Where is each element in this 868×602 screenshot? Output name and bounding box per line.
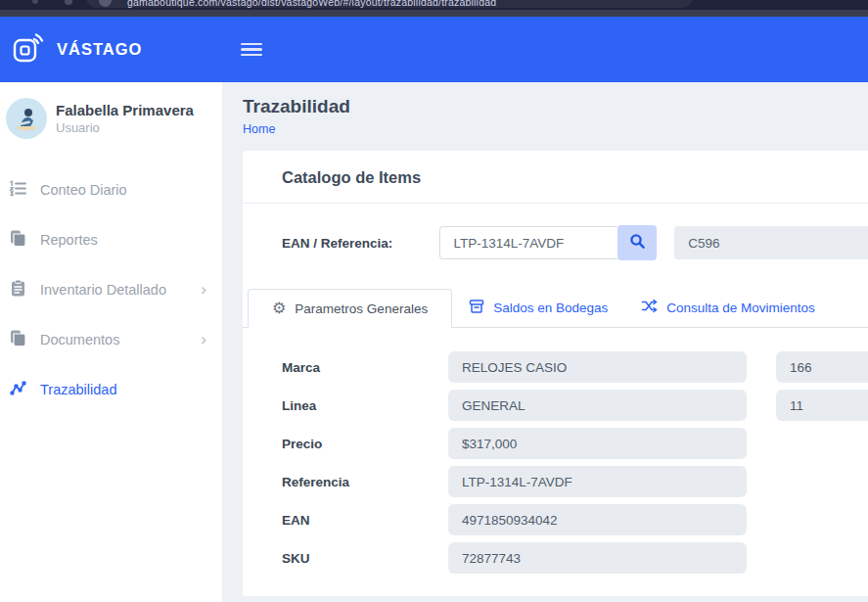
page-title: Trazabilidad [243, 96, 868, 117]
url-text: gamaboutique.com/vastago/dist/vastagoWeb… [127, 0, 496, 8]
ean-referencia-input[interactable] [439, 226, 617, 259]
brand-name: VÁSTAGO [57, 40, 142, 59]
marca-label: Marca [282, 360, 448, 375]
user-panel: Falabella Primavera Usuario [0, 82, 222, 153]
field-row-linea: Linea [282, 390, 868, 421]
referencia-label: Referencia [282, 475, 448, 489]
hamburger-menu-icon[interactable] [241, 40, 262, 60]
shuffle-icon [641, 298, 658, 317]
sidebar-item-label: Inventario Detallado [40, 282, 166, 298]
gear-icon: ⚙ [272, 301, 286, 316]
sidebar-item-conteo-diario[interactable]: Conteo Diario [0, 164, 222, 214]
parametros-form: Marca Linea Precio Referencia [243, 328, 868, 574]
tab-parametros-generales[interactable]: ⚙ Parametros Generales [248, 289, 452, 328]
ean-label: EAN [282, 513, 448, 528]
ordered-list-icon [9, 179, 27, 201]
tab-consulta-de-movimientos[interactable]: Consulta de Movimientos [624, 288, 832, 327]
field-row-referencia: Referencia [282, 466, 868, 497]
sidebar-item-reportes[interactable]: Reportes [0, 214, 222, 264]
chevron-right-icon: › [201, 281, 206, 298]
archive-box-icon [469, 299, 484, 317]
browser-menu-icon[interactable] [32, 0, 38, 4]
card-title: Catalogo de Items [282, 168, 421, 186]
item-code-input[interactable] [674, 226, 868, 259]
field-row-sku: SKU [282, 542, 868, 574]
precio-label: Precio [282, 437, 448, 451]
ean-search-row: EAN / Referencia: [243, 225, 868, 260]
browser-chrome: gamaboutique.com/vastago/dist/vastagoWeb… [0, 0, 868, 17]
sidebar-item-label: Trazabilidad [40, 382, 116, 397]
card-header: Catalogo de Items [243, 151, 868, 204]
marca-value-input[interactable] [448, 351, 747, 383]
field-row-precio: Precio [282, 428, 868, 459]
sidebar-item-documentos[interactable]: Documentos › [0, 314, 222, 364]
ean-referencia-label: EAN / Referencia: [282, 236, 439, 251]
extension-icon[interactable] [65, 0, 72, 5]
user-role: Usuario [56, 120, 194, 135]
tab-label: Consulta de Movimientos [666, 301, 815, 315]
marca-code-input[interactable] [776, 351, 868, 383]
tab-saldos-en-bodegas[interactable]: Saldos en Bodegas [452, 288, 624, 327]
rfid-tag-logo-icon [11, 31, 44, 69]
sku-label: SKU [282, 551, 448, 566]
field-row-ean: EAN [282, 504, 868, 535]
referencia-value-input[interactable] [448, 466, 747, 497]
catalog-card: Catalogo de Items EAN / Referencia: [243, 151, 868, 596]
user-name: Falabella Primavera [56, 102, 194, 118]
report-file-icon [9, 229, 27, 251]
tab-label: Saldos en Bodegas [493, 301, 608, 315]
sidebar: Falabella Primavera Usuario Conteo Diari… [0, 82, 222, 602]
sidebar-item-trazabilidad[interactable]: Trazabilidad [0, 364, 222, 414]
breadcrumb-home-link[interactable]: Home [243, 122, 868, 136]
linea-value-input[interactable] [448, 390, 747, 421]
linea-code-input[interactable] [776, 390, 868, 421]
chevron-right-icon: › [201, 331, 206, 347]
tabs: ⚙ Parametros Generales Saldos en Bodegas [243, 288, 868, 328]
documents-icon [9, 329, 27, 350]
sidebar-menu: Conteo Diario Reportes [0, 153, 222, 414]
search-icon [629, 233, 646, 253]
sku-value-input[interactable] [448, 542, 747, 574]
precio-value-input[interactable] [448, 428, 747, 459]
sidebar-item-label: Reportes [40, 232, 98, 248]
sidebar-item-inventario-detallado[interactable]: Inventario Detallado › [0, 264, 222, 314]
sidebar-item-label: Documentos [40, 332, 119, 347]
main-content: Trazabilidad Home Catalogo de Items EAN … [222, 82, 868, 602]
trace-network-icon [9, 379, 27, 400]
linea-label: Linea [282, 398, 448, 413]
clipboard-icon [9, 279, 27, 301]
user-avatar [6, 98, 47, 139]
bookmarks-bar [0, 10, 868, 17]
ean-value-input[interactable] [448, 504, 747, 535]
search-button[interactable] [617, 225, 657, 260]
app-header: VÁSTAGO [0, 17, 868, 82]
brand[interactable]: VÁSTAGO [0, 31, 222, 69]
field-row-marca: Marca [282, 351, 868, 383]
sidebar-item-label: Conteo Diario [40, 182, 127, 198]
tab-label: Parametros Generales [295, 301, 428, 316]
